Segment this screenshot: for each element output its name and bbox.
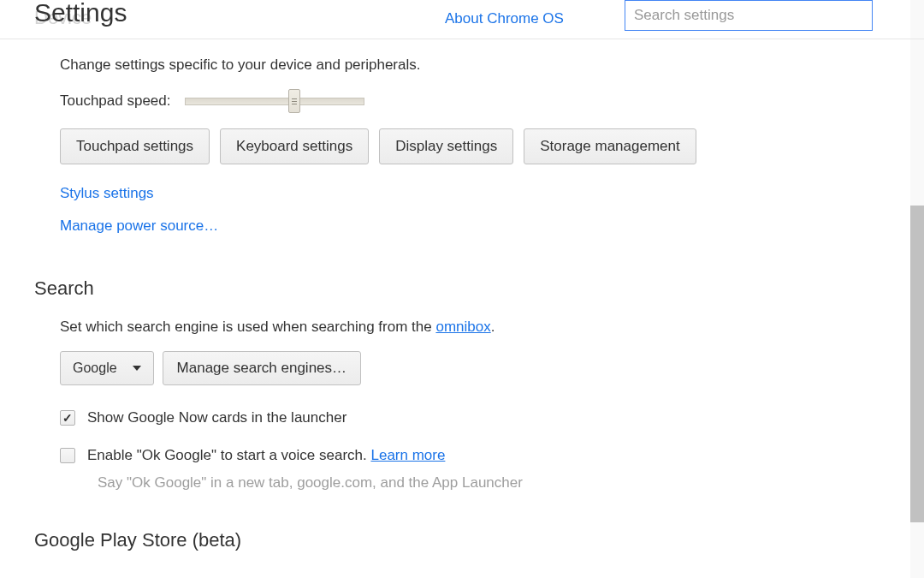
ok-google-label-text: Enable "Ok Google" to start a voice sear… xyxy=(87,447,370,463)
search-engine-dropdown[interactable]: Google xyxy=(60,351,154,385)
about-chrome-os-link[interactable]: About Chrome OS xyxy=(445,10,564,27)
ok-google-checkbox-row: Enable "Ok Google" to start a voice sear… xyxy=(60,447,873,464)
power-link-row: Manage power source… xyxy=(60,217,873,235)
chevron-down-icon xyxy=(133,366,141,371)
scrollbar-thumb[interactable] xyxy=(910,206,924,522)
ok-google-checkbox[interactable] xyxy=(60,448,75,463)
google-now-checkbox[interactable] xyxy=(60,410,75,426)
keyboard-settings-button[interactable]: Keyboard settings xyxy=(220,128,369,164)
slider-track-right xyxy=(300,98,364,105)
search-description: Set which search engine is used when sea… xyxy=(60,319,873,336)
manage-power-source-link[interactable]: Manage power source… xyxy=(60,217,218,234)
display-settings-button[interactable]: Display settings xyxy=(379,128,513,164)
content: Change settings specific to your device … xyxy=(0,57,924,551)
search-desc-suffix: . xyxy=(491,319,495,335)
ok-google-subtext: Say "Ok Google" in a new tab, google.com… xyxy=(98,474,873,492)
google-now-label: Show Google Now cards in the launcher xyxy=(87,409,346,426)
search-section-title: Search xyxy=(34,277,873,300)
stylus-link-row: Stylus settings xyxy=(60,185,873,202)
touchpad-speed-row: Touchpad speed: xyxy=(60,92,873,110)
search-engine-row: Google Manage search engines… xyxy=(60,351,873,385)
search-desc-prefix: Set which search engine is used when sea… xyxy=(60,319,435,335)
stylus-settings-link[interactable]: Stylus settings xyxy=(60,185,154,201)
manage-search-engines-button[interactable]: Manage search engines… xyxy=(163,351,361,385)
touchpad-speed-slider[interactable] xyxy=(185,92,364,110)
page-title: Settings xyxy=(34,0,127,27)
slider-track-left xyxy=(185,98,289,105)
search-engine-selected: Google xyxy=(73,361,117,376)
learn-more-link[interactable]: Learn more xyxy=(370,447,445,463)
ok-google-label: Enable "Ok Google" to start a voice sear… xyxy=(87,447,445,464)
omnibox-link[interactable]: omnibox xyxy=(435,319,490,335)
google-now-checkbox-row: Show Google Now cards in the launcher xyxy=(60,409,873,426)
slider-handle[interactable] xyxy=(288,89,299,113)
touchpad-settings-button[interactable]: Touchpad settings xyxy=(60,128,210,164)
header: Device Settings About Chrome OS xyxy=(0,0,924,39)
touchpad-speed-label: Touchpad speed: xyxy=(60,92,171,110)
device-button-row: Touchpad settings Keyboard settings Disp… xyxy=(60,128,873,164)
search-settings-input[interactable] xyxy=(625,0,873,31)
storage-management-button[interactable]: Storage management xyxy=(524,128,696,164)
device-description: Change settings specific to your device … xyxy=(60,57,873,74)
google-play-store-section-title: Google Play Store (beta) xyxy=(34,529,873,551)
